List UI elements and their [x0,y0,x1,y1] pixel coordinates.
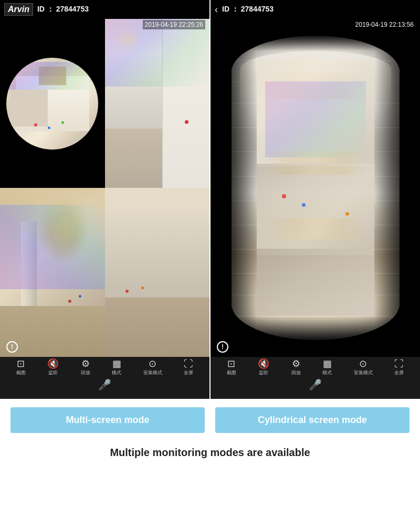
r-fullscreen-label: 全屏 [394,369,404,376]
r-playback-icon: ⚙ [292,359,300,368]
room-section-bot [257,249,374,316]
left-exclamation: ! [6,341,18,353]
s3 [125,290,129,293]
left-fullscreen-btn[interactable]: ⛶ 全屏 [184,359,193,376]
cam-tr-inner [105,19,210,188]
cam-bl [0,188,105,357]
left-monitor-btn[interactable]: 🔇 监听 [47,359,59,376]
right-panel-header: ‹ ID ： 27844753 [211,0,420,19]
right-timestamp: 2019-04-19 22:13:56 [353,20,416,29]
right-install-btn[interactable]: ⊙ 安装模式 [354,359,373,376]
spot-green [61,121,64,124]
spot-r [185,120,188,124]
fullscreen-label: 全屏 [184,369,193,376]
left-mic-row: 🎤 [0,378,209,391]
left-timestamp: 2019-04-19 22:25:26 [143,20,205,29]
left-toolbar-icons: ⊡ 截图 🔇 监听 ⚙ 回放 ▦ 模式 [0,359,209,376]
fullscreen-icon: ⛶ [184,359,193,368]
label-row: Multi-screen mode Cylindrical screen mod… [0,399,420,441]
room-section-mid [257,164,374,255]
right-mode-btn[interactable]: ▦ 模式 [322,359,332,376]
cam-br [105,188,210,357]
camera-icon: ⊡ [17,359,25,368]
cylindrical-view [211,19,420,357]
mount-icon: ⊙ [149,359,156,368]
cyl-rainbow [265,81,366,157]
r-install-label: 安装模式 [354,369,373,376]
r-camera-icon: ⊡ [227,359,235,368]
back-button[interactable]: ‹ [215,4,218,15]
s1 [68,300,71,303]
left-shadow [232,36,257,340]
left-panel: Arvin ID ： 27844753 2019-04-19 22:25:26 [0,0,211,399]
right-monitor-btn[interactable]: 🔇 监听 [258,359,269,376]
cam-br-inner [105,188,210,357]
screenshot-label: 截图 [16,369,26,376]
cyl-overlay [232,36,400,340]
s4 [141,287,144,289]
logo-text: Arvin [8,5,29,14]
spot-red [34,123,37,126]
r-mute-icon: 🔇 [258,359,269,368]
cylinder-shape [232,36,400,340]
r-mode-label: 模式 [322,369,332,376]
cyl-spot-r [282,194,286,198]
right-fullscreen-btn[interactable]: ⛶ 全屏 [394,359,404,376]
right-toolbar: ⊡ 截图 🔇 监听 ⚙ 回放 ▦ 模式 [211,357,420,399]
furniture [105,129,163,188]
cylindrical-screen-label[interactable]: Cylindrical screen mode [215,407,410,433]
left-playback-btn[interactable]: ⚙ 回放 [81,359,90,376]
cam-tl-inner [0,19,105,188]
right-panel: ‹ ID ： 27844753 2019-04-19 22:13:56 [211,0,420,399]
playback-label: 回放 [81,369,90,376]
r-mount-icon: ⊙ [359,359,367,368]
right-mic-icon[interactable]: 🎤 [309,378,322,391]
monitor-label: 监听 [48,369,58,376]
grid-icon: ▦ [112,359,121,368]
left-install-btn[interactable]: ⊙ 安装模式 [143,359,162,376]
main-container: Arvin ID ： 27844753 2019-04-19 22:25:26 [0,0,420,469]
right-playback-btn[interactable]: ⚙ 回放 [291,359,301,376]
right-mic-row: 🎤 [211,378,420,391]
r-grid-icon: ▦ [323,359,332,368]
playback-icon: ⚙ [81,359,90,368]
rainbow-light [6,62,98,90]
r-playback-label: 回放 [291,369,301,376]
camera-grid [0,19,209,357]
r-monitor-label: 监听 [259,369,268,376]
fisheye-circle [6,58,98,150]
light-sweep [0,205,105,289]
left-mode-btn[interactable]: ▦ 模式 [112,359,121,376]
s2 [79,295,81,298]
right-toolbar-icons: ⊡ 截图 🔇 监听 ⚙ 回放 ▦ 模式 [211,359,420,376]
floor-area [105,298,210,357]
multi-screen-label[interactable]: Multi-screen mode [10,407,205,433]
bottom-caption: Multiple monitoring modes are available [0,441,420,469]
left-panel-header: Arvin ID ： 27844753 [0,0,209,19]
right-header-id: ID ： 27844753 [222,5,416,14]
mode-label: 模式 [112,369,121,376]
spot-blue [48,126,50,129]
install-label: 安装模式 [143,369,162,376]
cyl-spot-o [345,212,349,216]
cam-tl [0,19,105,188]
mute-icon: 🔇 [47,359,59,368]
right-exclamation: ! [217,341,228,353]
logo-box: Arvin [4,3,33,16]
panels-row: Arvin ID ： 27844753 2019-04-19 22:25:26 [0,0,420,399]
left-screenshot-btn[interactable]: ⊡ 截图 [16,359,26,376]
cyl-spot-b [302,203,306,207]
left-toolbar: ⊡ 截图 🔇 监听 ⚙ 回放 ▦ 模式 [0,357,209,399]
cam-tr [105,19,210,188]
fisheye-bg [0,19,105,188]
left-mic-icon[interactable]: 🎤 [98,378,111,391]
right-shadow [374,36,400,340]
cam-bl-inner [0,188,105,357]
r-screenshot-label: 截图 [227,369,236,376]
r-fullscreen-icon: ⛶ [394,359,404,368]
sofa-area [11,90,48,126]
right-screenshot-btn[interactable]: ⊡ 截图 [227,359,236,376]
left-header-id: ID ： 27844753 [37,5,205,14]
top-grad [105,188,210,230]
